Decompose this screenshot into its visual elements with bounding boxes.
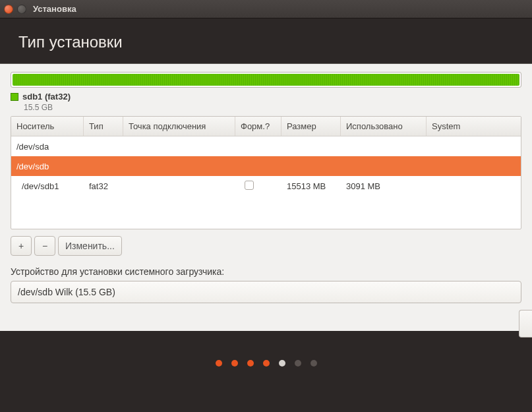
- col-used[interactable]: Использовано: [341, 117, 427, 136]
- step-dot: [263, 360, 270, 367]
- partition-toolbar: + − Изменить...: [11, 236, 521, 256]
- progress-dots: [0, 360, 532, 367]
- legend-label: sdb1 (fat32): [22, 92, 71, 102]
- window-titlebar: Установка: [0, 0, 532, 18]
- step-dot: [231, 360, 238, 367]
- cell-size: 15513 MB: [281, 181, 341, 191]
- col-system[interactable]: System: [427, 117, 521, 136]
- col-size[interactable]: Размер: [281, 117, 341, 136]
- disk-usage-bar[interactable]: [11, 72, 521, 88]
- table-row-sdb1[interactable]: /dev/sdb1 fat32 15513 MB 3091 MB: [11, 176, 521, 196]
- bootloader-device-value: /dev/sdb Wilk (15.5 GB): [18, 287, 115, 297]
- cell-device: /dev/sdb1: [11, 181, 84, 191]
- page-title: Тип установки: [18, 33, 514, 51]
- add-partition-button[interactable]: +: [11, 236, 32, 256]
- step-dot-current: [279, 360, 285, 367]
- page-header: Тип установки: [0, 18, 532, 63]
- table-body: /dev/sda /dev/sdb /dev/sdb1 fat32 15513 …: [11, 136, 521, 229]
- step-dot: [310, 360, 317, 367]
- step-dot: [247, 360, 254, 367]
- bootloader-device-combo[interactable]: /dev/sdb Wilk (15.5 GB): [11, 281, 521, 303]
- cell-format: [235, 181, 281, 192]
- window-title: Установка: [33, 4, 76, 14]
- col-type[interactable]: Тип: [84, 117, 123, 136]
- partition-table: Носитель Тип Точка подключения Форм.? Ра…: [11, 116, 521, 229]
- disk-legend: sdb1 (fat32): [11, 92, 521, 102]
- col-device[interactable]: Носитель: [11, 117, 84, 136]
- table-header: Носитель Тип Точка подключения Форм.? Ра…: [11, 117, 521, 136]
- legend-swatch: [11, 93, 18, 101]
- change-partition-button[interactable]: Изменить...: [58, 236, 122, 256]
- cell-device: /dev/sda: [11, 142, 84, 152]
- step-dot: [295, 360, 301, 367]
- legend-size: 15.5 GB: [24, 103, 521, 112]
- close-button[interactable]: [4, 5, 13, 14]
- cell-device: /dev/sdb: [11, 162, 84, 171]
- cell-type: fat32: [84, 181, 123, 191]
- next-button-edge[interactable]: [519, 310, 532, 338]
- col-mount[interactable]: Точка подключения: [123, 117, 235, 136]
- format-checkbox[interactable]: [245, 181, 254, 190]
- cell-used: 3091 MB: [341, 181, 427, 191]
- col-format[interactable]: Форм.?: [235, 117, 281, 136]
- main-panel: sdb1 (fat32) 15.5 GB Носитель Тип Точка …: [0, 63, 532, 331]
- table-row-sdb[interactable]: /dev/sdb: [11, 156, 521, 176]
- minimize-button[interactable]: [17, 5, 26, 14]
- disk-usage-segment: [13, 74, 519, 86]
- step-dot: [216, 360, 222, 367]
- table-row-sda[interactable]: /dev/sda: [11, 136, 521, 156]
- remove-partition-button[interactable]: −: [34, 236, 55, 256]
- bootloader-label: Устройство для установки системного загр…: [11, 266, 521, 277]
